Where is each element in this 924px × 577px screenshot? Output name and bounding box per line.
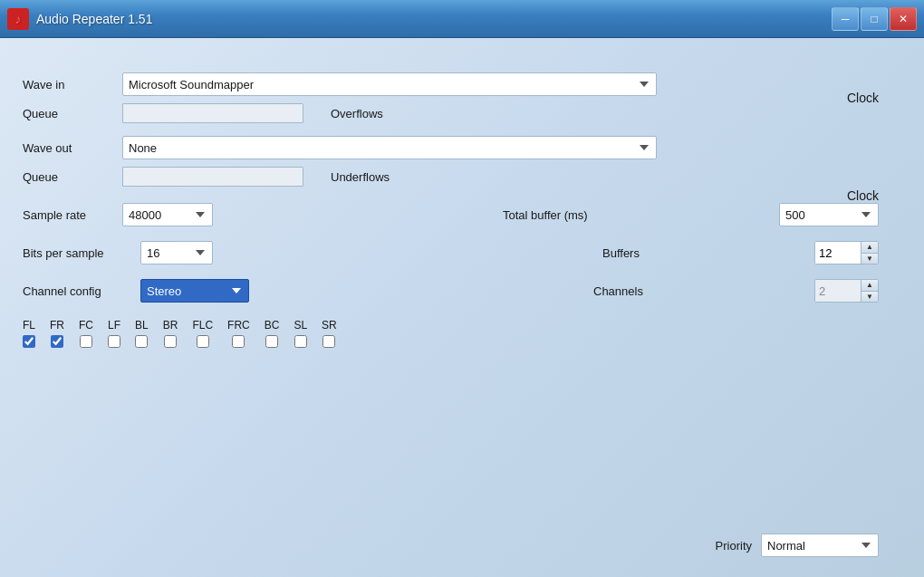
cb-sr: SR xyxy=(322,319,337,348)
sample-rate-label: Sample rate xyxy=(23,208,122,222)
cb-bl-label: BL xyxy=(135,319,149,332)
wave-out-label: Wave out xyxy=(23,141,122,155)
priority-row: Priority Normal xyxy=(716,534,879,557)
cb-frc-label: FRC xyxy=(227,319,250,332)
cb-bc: BC xyxy=(265,319,280,348)
cb-fl-label: FL xyxy=(23,319,35,332)
sample-rate-select[interactable]: 48000 xyxy=(122,203,213,226)
cb-lf: LF xyxy=(108,319,120,348)
queue-out-row: Queue Underflows xyxy=(23,167,901,187)
speaker-flags-row: FL FR FC LF BL xyxy=(23,319,901,348)
buffers-spinbox-buttons: ▲ ▼ xyxy=(861,242,878,264)
cb-flc: FLC xyxy=(192,319,213,348)
channel-config-select[interactable]: Stereo xyxy=(140,279,249,303)
queue-in-label: Queue xyxy=(23,107,122,120)
minimize-button[interactable]: ─ xyxy=(832,7,859,31)
cb-fr-label: FR xyxy=(50,319,64,332)
cb-lf-label: LF xyxy=(108,319,120,332)
total-buffer-label: Total buffer (ms) xyxy=(503,208,588,222)
cb-fr-checkbox[interactable] xyxy=(51,335,63,348)
cb-sl-label: SL xyxy=(294,319,307,332)
app-icon: ♪ xyxy=(7,8,29,30)
cb-fc-checkbox[interactable] xyxy=(80,335,92,348)
cb-fc-label: FC xyxy=(79,319,93,332)
titlebar-buttons: ─ □ ✕ xyxy=(832,7,917,31)
buffers-spinbox: ▲ ▼ xyxy=(814,241,879,264)
cb-fl: FL xyxy=(23,319,35,348)
cb-flc-label: FLC xyxy=(192,319,213,332)
overflow-label: Overflows xyxy=(331,107,383,120)
cb-frc-checkbox[interactable] xyxy=(232,335,245,348)
cb-sr-label: SR xyxy=(322,319,337,332)
app-icon-symbol: ♪ xyxy=(15,12,22,26)
channels-spinbox: ▲ ▼ xyxy=(814,279,879,303)
cb-br-checkbox[interactable] xyxy=(164,335,177,348)
queue-in-input[interactable] xyxy=(122,103,303,123)
buffers-input[interactable] xyxy=(815,242,861,264)
cb-br: BR xyxy=(163,319,178,348)
wave-in-label: Wave in xyxy=(23,78,122,91)
cb-frc: FRC xyxy=(227,319,250,348)
cb-fc: FC xyxy=(79,319,93,348)
titlebar-left: ♪ Audio Repeater 1.51 xyxy=(7,8,152,30)
speaker-flags-section: FL FR FC LF BL xyxy=(23,319,901,348)
app-title: Audio Repeater 1.51 xyxy=(36,12,152,26)
bits-per-sample-row: Bits per sample 16 Buffers ▲ ▼ xyxy=(23,241,901,264)
content-area: Wave in Microsoft Soundmapper Clock Queu… xyxy=(23,72,901,575)
channels-label: Channels xyxy=(593,284,643,298)
close-button[interactable]: ✕ xyxy=(890,7,917,31)
wave-out-row: Wave out None Clock xyxy=(23,136,901,159)
wave-in-select[interactable]: Microsoft Soundmapper xyxy=(122,72,657,96)
buffers-decrement-button[interactable]: ▼ xyxy=(861,254,878,264)
bits-per-sample-label: Bits per sample xyxy=(23,246,140,260)
cb-flc-checkbox[interactable] xyxy=(197,335,209,348)
clock-in-label: Clock xyxy=(847,91,879,105)
cb-bl-checkbox[interactable] xyxy=(135,335,148,348)
queue-out-input[interactable] xyxy=(122,167,303,187)
channels-input xyxy=(815,280,861,302)
queue-in-row: Queue Overflows xyxy=(23,103,901,123)
priority-label: Priority xyxy=(716,539,752,553)
cb-fl-checkbox[interactable] xyxy=(23,335,35,348)
cb-bc-label: BC xyxy=(265,319,280,332)
queue-out-label: Queue xyxy=(23,170,122,184)
wave-out-select[interactable]: None xyxy=(122,136,657,159)
total-buffer-select[interactable]: 500 xyxy=(779,203,879,226)
bits-per-sample-select[interactable]: 16 xyxy=(140,241,213,264)
clock-out-label: Clock xyxy=(847,188,879,203)
cb-br-label: BR xyxy=(163,319,178,332)
cb-lf-checkbox[interactable] xyxy=(108,335,120,348)
channel-config-label: Channel config xyxy=(23,284,140,298)
channel-config-row: Channel config Stereo Channels ▲ ▼ xyxy=(23,279,901,303)
underflow-label: Underflows xyxy=(331,170,390,184)
titlebar: ♪ Audio Repeater 1.51 ─ □ ✕ xyxy=(0,0,924,38)
buffers-label: Buffers xyxy=(602,246,640,260)
cb-fr: FR xyxy=(50,319,64,348)
restore-button[interactable]: □ xyxy=(861,7,888,31)
cb-bc-checkbox[interactable] xyxy=(265,335,278,348)
channels-decrement-button[interactable]: ▼ xyxy=(861,292,878,303)
cb-sr-checkbox[interactable] xyxy=(322,335,335,348)
main-content: Wave in Microsoft Soundmapper Clock Queu… xyxy=(0,38,924,577)
cb-bl: BL xyxy=(135,319,149,348)
cb-sl-checkbox[interactable] xyxy=(294,335,307,348)
cb-sl: SL xyxy=(294,319,307,348)
wave-in-row: Wave in Microsoft Soundmapper Clock xyxy=(23,72,901,96)
channels-increment-button[interactable]: ▲ xyxy=(861,280,878,292)
sample-rate-row: Sample rate 48000 Total buffer (ms) 500 xyxy=(23,203,901,226)
channels-spinbox-buttons: ▲ ▼ xyxy=(861,280,878,302)
buffers-increment-button[interactable]: ▲ xyxy=(861,242,878,254)
priority-select[interactable]: Normal xyxy=(761,534,879,557)
